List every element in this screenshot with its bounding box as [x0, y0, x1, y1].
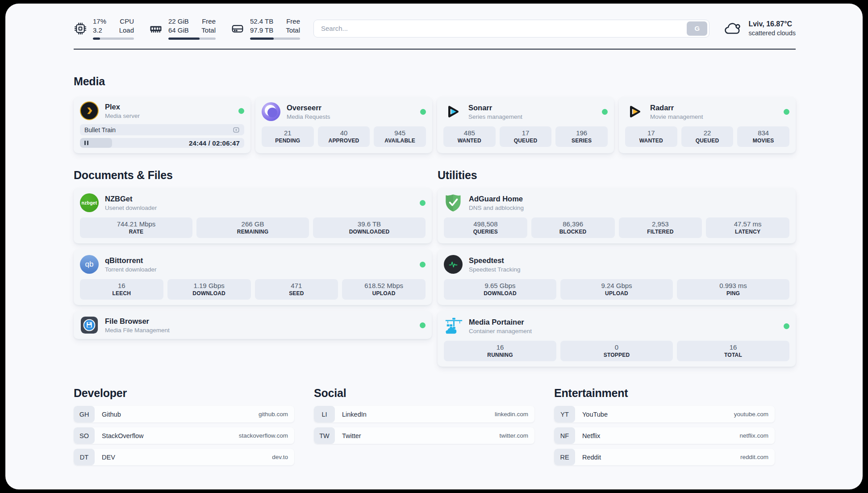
app-card-adguard[interactable]: AdGuard Home DNS and adblocking 498,508 … [438, 188, 796, 243]
disk-metric: 52.4 TB 97.9 TB Free Total [231, 17, 300, 40]
bookmark-name: LinkedIn [342, 411, 367, 418]
bookmark-row-youtube[interactable]: YT YouTube youtube.com [554, 406, 775, 422]
stat-box: 471 SEED [255, 279, 338, 300]
stat-label: REMAINING [237, 228, 268, 236]
stat-label: DOWNLOADED [349, 228, 390, 236]
radarr-icon [625, 102, 644, 121]
app-card-sonarr[interactable]: Sonarr Series management 485 WANTED 17 Q… [437, 97, 614, 153]
app-title: Media Portainer [469, 317, 532, 327]
bookmark-row-github[interactable]: GH Github github.com [74, 406, 294, 422]
bookmark-name: YouTube [582, 411, 608, 418]
stat-box: 9.65 Gbps DOWNLOAD [444, 279, 556, 300]
memory-total: 64 GiB [168, 26, 189, 35]
stat-box: 16 RUNNING [444, 341, 556, 361]
app-card-plex[interactable]: Plex Media server Bullet Train [74, 97, 250, 153]
dashboard-surface: 17% 3.2 CPU Load [5, 4, 863, 489]
stat-box: 47.57 ms LATENCY [706, 217, 789, 238]
weather-widget: Lviv, 16.87°C scattered clouds [723, 19, 796, 38]
stat-value: 39.6 TB [358, 220, 381, 228]
weather-condition: scattered clouds [748, 29, 796, 38]
google-search-button[interactable]: G [687, 21, 707, 36]
app-subtitle: Speedtest Tracking [469, 265, 521, 274]
stat-label: MOVIES [753, 137, 774, 145]
overseerr-icon [262, 102, 280, 121]
memory-total-label: Total [201, 26, 216, 35]
app-card-speedtest[interactable]: Speedtest Speedtest Tracking 9.65 Gbps D… [438, 250, 796, 305]
stat-label: DOWNLOAD [192, 290, 225, 297]
stat-label: SERIES [572, 137, 592, 145]
stat-label: QUEUED [696, 137, 719, 145]
app-title: Radarr [650, 103, 703, 113]
stat-box: 9.24 Gbps UPLOAD [560, 279, 673, 300]
adguard-icon [444, 193, 463, 212]
section-title-utilities: Utilities [438, 168, 796, 182]
bookmark-row-stackoverflow[interactable]: SO StackOverflow stackoverflow.com [74, 427, 294, 444]
bookmark-row-dev[interactable]: DT DEV dev.to [74, 449, 294, 465]
cpu-progress-bar [93, 38, 134, 40]
stat-label: WANTED [639, 137, 663, 145]
app-card-overseerr[interactable]: Overseerr Media Requests 21 PENDING 40 A… [255, 97, 432, 153]
status-dot [420, 262, 426, 267]
stat-box: 498,508 QUERIES [444, 217, 527, 238]
app-card-nzbget[interactable]: nzbget NZBGet Usenet downloader 744.21 M… [74, 188, 432, 243]
bookmark-abbr: YT [554, 406, 575, 422]
app-card-filebrowser[interactable]: File Browser Media File Management [74, 311, 432, 339]
nzbget-icon-text: nzbget [81, 200, 97, 205]
stat-value: 1.19 Gbps [194, 281, 225, 290]
playback-row: 24:44 / 02:06:47 [80, 138, 244, 148]
stat-value: 834 [758, 129, 769, 137]
stat-value: 40 [340, 129, 348, 137]
app-card-radarr[interactable]: Radarr Movie management 17 WANTED 22 QUE… [619, 97, 796, 153]
stat-value: 9.24 Gbps [601, 281, 632, 290]
cpu-icon [74, 22, 87, 35]
sonarr-icon [443, 102, 462, 121]
stat-label: PING [726, 290, 740, 297]
stat-box: 266 GB REMAINING [196, 217, 309, 238]
stat-label: LEECH [113, 290, 131, 297]
app-card-portainer[interactable]: Media Portainer Container management 16 … [438, 311, 796, 367]
bookmark-url: netflix.com [739, 432, 775, 439]
status-dot [420, 200, 426, 206]
stat-label: PENDING [275, 137, 300, 145]
bookmark-abbr: RE [554, 449, 575, 465]
bookmark-name: Netflix [582, 432, 600, 439]
app-subtitle: Usenet downloader [105, 204, 157, 212]
now-playing-title: Bullet Train [84, 126, 116, 134]
stat-label: QUEUED [514, 137, 538, 145]
bookmark-abbr: TW [314, 427, 335, 444]
stat-box: 1.19 Gbps DOWNLOAD [167, 279, 251, 300]
bookmark-url: twitter.com [499, 432, 534, 439]
bookmark-row-reddit[interactable]: RE Reddit reddit.com [554, 449, 775, 465]
app-title: Overseerr [287, 103, 330, 113]
disk-free: 52.4 TB [250, 17, 273, 26]
app-card-qbittorrent[interactable]: qb qBittorrent Torrent downloader 16 [74, 250, 432, 305]
section-title-entertainment: Entertainment [554, 386, 775, 400]
status-dot [602, 109, 608, 115]
app-subtitle: Container management [469, 327, 532, 335]
stat-box: 2,953 FILTERED [619, 217, 702, 238]
bookmark-row-netflix[interactable]: NF Netflix netflix.com [554, 427, 775, 444]
stat-label: UPLOAD [605, 290, 628, 297]
cpu-usage: 17% [93, 17, 106, 26]
search-input[interactable] [313, 20, 709, 38]
app-title: NZBGet [105, 194, 157, 204]
stat-label: RUNNING [487, 351, 513, 359]
app-title: qBittorrent [105, 255, 157, 265]
section-title-media: Media [74, 75, 796, 88]
stat-box: 40 APPROVED [318, 126, 370, 147]
bookmark-row-twitter[interactable]: TW Twitter twitter.com [314, 427, 534, 444]
pause-button[interactable] [84, 141, 88, 145]
disk-icon [231, 22, 244, 35]
stat-value: 47.57 ms [734, 220, 762, 228]
stat-box: 485 WANTED [443, 126, 496, 147]
stat-value: 16 [118, 281, 125, 290]
stat-box: 196 SERIES [555, 126, 608, 147]
system-metrics: 17% 3.2 CPU Load [74, 17, 300, 40]
session-icon[interactable] [233, 126, 240, 134]
bookmark-row-linkedin[interactable]: LI LinkedIn linkedin.com [314, 406, 534, 422]
stat-box: 16 LEECH [80, 279, 163, 300]
bookmark-group-social: Social LI LinkedIn linkedin.com TW Twitt… [314, 386, 534, 465]
bookmark-abbr: GH [74, 406, 95, 422]
stat-label: LATENCY [735, 228, 760, 236]
status-dot [420, 322, 426, 328]
